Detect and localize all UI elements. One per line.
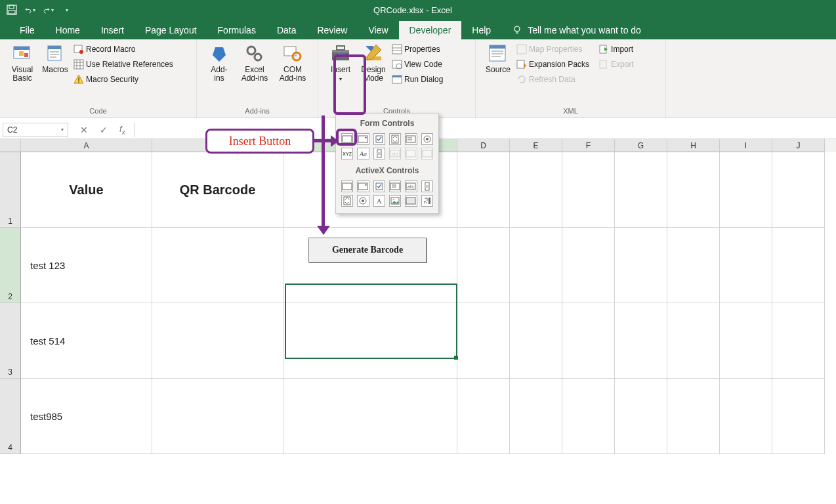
ax-radio-control[interactable] bbox=[357, 195, 369, 207]
row-header-4[interactable]: 4 bbox=[0, 379, 21, 454]
cell-E4[interactable] bbox=[510, 379, 562, 454]
tab-insert[interactable]: Insert bbox=[91, 21, 135, 39]
use-relative-button[interactable]: Use Relative References bbox=[72, 58, 175, 70]
visual-basic-button[interactable]: Visual Basic bbox=[7, 42, 38, 84]
form-radio-control[interactable] bbox=[421, 133, 433, 145]
record-macro-button[interactable]: Record Macro bbox=[72, 43, 175, 55]
tab-help[interactable]: Help bbox=[461, 21, 501, 39]
ax-more-control[interactable] bbox=[421, 195, 433, 207]
cell-H2[interactable] bbox=[667, 228, 720, 303]
form-checkbox-control[interactable] bbox=[373, 133, 385, 145]
cell-B2[interactable] bbox=[152, 228, 283, 303]
macros-button[interactable]: Macros bbox=[39, 42, 71, 75]
tell-me-search[interactable]: Tell me what you want to do bbox=[501, 21, 652, 39]
col-header-F[interactable]: F bbox=[562, 139, 615, 152]
cell-D3[interactable] bbox=[457, 303, 510, 379]
form-button-control[interactable] bbox=[341, 133, 353, 145]
cell-C3[interactable] bbox=[283, 303, 457, 379]
cell-G4[interactable] bbox=[615, 379, 667, 454]
ax-checkbox-control[interactable] bbox=[373, 180, 385, 192]
tab-file[interactable]: File bbox=[9, 21, 45, 39]
tab-view[interactable]: View bbox=[358, 21, 398, 39]
ax-scrollbar-control[interactable] bbox=[421, 180, 433, 192]
ax-combo-control[interactable] bbox=[357, 180, 369, 192]
cell-J4[interactable] bbox=[772, 379, 825, 454]
cell-E2[interactable] bbox=[510, 228, 562, 303]
cell-C4[interactable] bbox=[283, 379, 457, 454]
com-addins-button[interactable]: COM Add-ins bbox=[274, 42, 311, 84]
row-header-2[interactable]: 2 bbox=[0, 228, 21, 303]
cell-A4[interactable]: test985 bbox=[21, 379, 152, 454]
cell-F2[interactable] bbox=[562, 228, 615, 303]
cell-F4[interactable] bbox=[562, 379, 615, 454]
tab-page-layout[interactable]: Page Layout bbox=[135, 21, 207, 39]
cell-E3[interactable] bbox=[510, 303, 562, 379]
cell-A3[interactable]: test 514 bbox=[21, 303, 152, 379]
col-header-A[interactable]: A bbox=[21, 139, 152, 152]
run-dialog-button[interactable]: Run Dialog bbox=[390, 74, 444, 85]
row-header-1[interactable]: 1 bbox=[0, 152, 21, 228]
cell-F1[interactable] bbox=[562, 152, 615, 228]
ax-toggle-control[interactable] bbox=[405, 195, 417, 207]
ax-image-control[interactable] bbox=[389, 195, 401, 207]
form-combobox2-control[interactable] bbox=[405, 148, 417, 159]
row-header-3[interactable]: 3 bbox=[0, 303, 21, 379]
save-icon[interactable] bbox=[7, 5, 17, 15]
import-button[interactable]: Import bbox=[597, 43, 635, 55]
expansion-packs-button[interactable]: Expansion Packs bbox=[515, 58, 591, 70]
tab-home[interactable]: Home bbox=[45, 21, 91, 39]
undo-icon[interactable]: ▾ bbox=[25, 5, 35, 15]
cell-B1[interactable]: QR Barcode bbox=[152, 152, 283, 228]
ax-textbox-control[interactable]: ab| bbox=[405, 180, 417, 192]
col-header-I[interactable]: I bbox=[720, 139, 772, 152]
cell-I2[interactable] bbox=[720, 228, 772, 303]
properties-button[interactable]: Properties bbox=[390, 43, 444, 55]
col-header-D[interactable]: D bbox=[457, 139, 510, 152]
cell-H3[interactable] bbox=[667, 303, 720, 379]
cell-D1[interactable] bbox=[457, 152, 510, 228]
ax-listbox-control[interactable] bbox=[389, 180, 401, 192]
cell-B3[interactable] bbox=[152, 303, 283, 379]
ax-spin-control[interactable] bbox=[341, 195, 353, 207]
form-spin-control[interactable] bbox=[389, 133, 401, 145]
cell-H1[interactable] bbox=[667, 152, 720, 228]
cell-E1[interactable] bbox=[510, 152, 562, 228]
form-combo-control[interactable] bbox=[357, 133, 369, 145]
cell-G3[interactable] bbox=[615, 303, 667, 379]
qat-customize-icon[interactable]: ▾ bbox=[66, 7, 68, 13]
tab-formulas[interactable]: Formulas bbox=[207, 21, 266, 39]
excel-addins-button[interactable]: Excel Add-ins bbox=[236, 42, 273, 84]
cell-H4[interactable] bbox=[667, 379, 720, 454]
tab-developer[interactable]: Developer bbox=[399, 21, 462, 39]
tab-data[interactable]: Data bbox=[266, 21, 307, 39]
form-scrollbar-control[interactable] bbox=[373, 148, 385, 159]
addins-button[interactable]: Add- ins bbox=[203, 42, 235, 84]
cell-G1[interactable] bbox=[615, 152, 667, 228]
cell-I1[interactable] bbox=[720, 152, 772, 228]
ax-button-control[interactable] bbox=[341, 180, 353, 192]
cell-G2[interactable] bbox=[615, 228, 667, 303]
col-header-E[interactable]: E bbox=[510, 139, 562, 152]
cell-J2[interactable] bbox=[772, 228, 825, 303]
enter-icon[interactable]: ✓ bbox=[100, 125, 108, 135]
form-groupbox-control[interactable]: XYZ bbox=[341, 148, 353, 159]
cell-F3[interactable] bbox=[562, 303, 615, 379]
form-label-control[interactable]: Aa bbox=[357, 148, 369, 159]
form-textfield-control[interactable]: ab| bbox=[389, 148, 401, 159]
tab-review[interactable]: Review bbox=[307, 21, 358, 39]
source-button[interactable]: Source bbox=[482, 42, 514, 75]
cancel-icon[interactable]: ✕ bbox=[80, 125, 88, 135]
form-listbox-control[interactable] bbox=[405, 133, 417, 145]
generate-barcode-button[interactable]: Generate Barcode bbox=[308, 238, 427, 262]
form-dropdown-control[interactable] bbox=[421, 148, 433, 159]
cell-A2[interactable]: test 123 bbox=[21, 228, 152, 303]
macro-security-button[interactable]: Macro Security bbox=[72, 74, 175, 85]
col-header-H[interactable]: H bbox=[667, 139, 720, 152]
cell-I3[interactable] bbox=[720, 303, 772, 379]
cell-D2[interactable] bbox=[457, 228, 510, 303]
design-mode-button[interactable]: Design Mode bbox=[358, 42, 389, 84]
col-header-G[interactable]: G bbox=[615, 139, 667, 152]
cell-A1[interactable]: Value bbox=[21, 152, 152, 228]
insert-controls-button[interactable]: Insert▾ bbox=[325, 42, 356, 84]
cell-J3[interactable] bbox=[772, 303, 825, 379]
